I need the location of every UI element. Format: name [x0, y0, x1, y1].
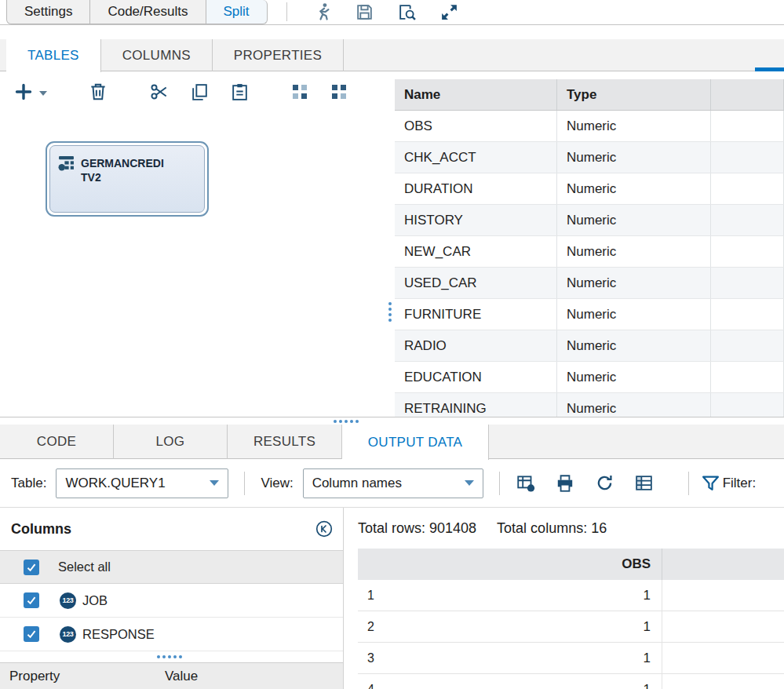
copy-icon[interactable]: [190, 82, 210, 103]
table-view-icon[interactable]: [516, 472, 537, 494]
add-dropdown-caret[interactable]: [39, 91, 47, 96]
view-select-label: View:: [261, 476, 293, 491]
column-item-label: RESPONSE: [82, 627, 155, 642]
top-toolbar: Settings Code/Results Split: [0, 0, 784, 25]
filter-icon[interactable]: [700, 472, 721, 494]
tables-toolbar: [0, 71, 385, 112]
cut-icon[interactable]: [149, 82, 170, 103]
row-number-header: [358, 549, 387, 580]
query-canvas[interactable]: GERMANCREDI TV2: [0, 112, 385, 417]
tab-log[interactable]: LOG: [114, 425, 228, 459]
job-checkbox[interactable]: [24, 592, 39, 608]
columns-panel-header: Columns: [0, 508, 343, 550]
column-list-icon[interactable]: [633, 472, 655, 494]
table-header-row: Name Type: [395, 79, 784, 111]
select-all-checkbox[interactable]: [24, 560, 39, 575]
header-type[interactable]: Type: [557, 79, 711, 110]
filter-label: Filter:: [723, 476, 757, 491]
select-all-row[interactable]: Select all: [0, 550, 343, 584]
code-results-button[interactable]: Code/Results: [89, 0, 206, 24]
select-all-label: Select all: [58, 560, 111, 574]
paste-icon[interactable]: [230, 82, 250, 103]
table-row[interactable]: NEW_CARNumeric: [395, 236, 784, 268]
table-select-dropdown[interactable]: WORK.QUERY1: [56, 468, 228, 498]
column-item-response[interactable]: 123 RESPONSE: [0, 618, 343, 651]
chevron-down-icon: [210, 480, 219, 486]
table-row[interactable]: CHK_ACCTNumeric: [395, 142, 784, 173]
numeric-type-icon: 123: [60, 626, 76, 643]
tab-code[interactable]: CODE: [0, 425, 114, 459]
toolbar-divider: [499, 472, 500, 495]
table-node-label: GERMANCREDI TV2: [81, 156, 164, 202]
vertical-splitter[interactable]: [385, 71, 395, 417]
table-row[interactable]: EDUCATIONNumeric: [395, 362, 784, 393]
results-tabs: CODE LOG RESULTS OUTPUT DATA: [0, 425, 784, 459]
output-data-toolbar: Table: WORK.QUERY1 View: Column names: [0, 459, 784, 508]
column-item-label: JOB: [82, 593, 108, 608]
toolbar-divider: [688, 472, 689, 495]
toolbar-divider: [286, 2, 287, 21]
table-row[interactable]: RADIONumeric: [395, 330, 784, 362]
table-icon: [58, 155, 75, 202]
obs-column-header[interactable]: OBS: [387, 549, 662, 580]
data-row[interactable]: 41: [358, 674, 784, 689]
data-row[interactable]: 11: [358, 580, 784, 611]
layout-b-icon[interactable]: [330, 82, 348, 103]
split-button[interactable]: Split: [206, 0, 268, 24]
column-item-job[interactable]: 123 JOB: [0, 584, 343, 618]
horizontal-splitter[interactable]: [0, 417, 784, 425]
data-row[interactable]: 21: [358, 611, 784, 643]
columns-panel: Columns Select all 123 JOB 123: [0, 508, 344, 689]
output-data-grid: OBS 11 21 31 41: [358, 549, 784, 689]
collapse-circle-icon[interactable]: [315, 519, 334, 538]
response-checkbox[interactable]: [24, 626, 39, 642]
work-area-tabs: TABLES COLUMNS PROPERTIES: [0, 39, 784, 71]
header-name[interactable]: Name: [395, 79, 557, 110]
splitter-handle[interactable]: [334, 420, 359, 423]
table-select-label: Table:: [11, 476, 46, 491]
splitter-handle[interactable]: [157, 655, 182, 658]
toolbar-divider: [244, 472, 245, 495]
tab-columns[interactable]: COLUMNS: [101, 39, 213, 71]
print-icon[interactable]: [555, 472, 576, 494]
chevron-down-icon: [465, 480, 474, 486]
total-columns: Total columns: 16: [497, 520, 607, 537]
table-row[interactable]: OBSNumeric: [395, 111, 784, 142]
add-icon[interactable]: [14, 82, 33, 103]
data-row[interactable]: 31: [358, 643, 784, 674]
delete-icon[interactable]: [88, 82, 108, 103]
total-rows: Total rows: 901408: [358, 520, 476, 537]
tab-tables[interactable]: TABLES: [6, 39, 101, 72]
table-row[interactable]: DURATIONNumeric: [395, 173, 784, 205]
splitter-handle[interactable]: [385, 302, 395, 322]
settings-button[interactable]: Settings: [6, 0, 90, 24]
layout-a-icon[interactable]: [290, 82, 309, 103]
columns-panel-title: Columns: [11, 521, 71, 538]
properties-header-row: Property Value: [0, 662, 343, 689]
tab-properties[interactable]: PROPERTIES: [213, 39, 344, 71]
header-extra: [711, 79, 784, 110]
next-column-header: [662, 549, 784, 580]
output-data-panel: Total rows: 901408 Total columns: 16 OBS…: [345, 508, 784, 689]
tab-output-data[interactable]: OUTPUT DATA: [342, 425, 489, 460]
save-icon[interactable]: [355, 2, 375, 22]
run-icon[interactable]: [312, 2, 333, 22]
tab-results[interactable]: RESULTS: [228, 425, 342, 459]
save-preview-icon[interactable]: [397, 2, 418, 22]
table-row[interactable]: HISTORYNumeric: [395, 205, 784, 236]
maximize-icon[interactable]: [439, 2, 460, 22]
table-node-germancreditv2[interactable]: GERMANCREDI TV2: [46, 141, 209, 217]
value-header: Value: [165, 669, 198, 684]
columns-metadata-table: Name Type OBSNumeric CHK_ACCTNumeric DUR…: [395, 71, 784, 417]
grid-header-row: OBS: [358, 549, 784, 580]
totals-bar: Total rows: 901408 Total columns: 16: [358, 520, 784, 537]
property-header: Property: [0, 669, 165, 684]
view-select-dropdown[interactable]: Column names: [303, 468, 483, 498]
refresh-icon[interactable]: [594, 472, 615, 494]
numeric-type-icon: 123: [60, 592, 76, 609]
sas-studio-query-window: Settings Code/Results Split: [0, 0, 784, 689]
table-row[interactable]: FURNITURENumeric: [395, 299, 784, 330]
table-row[interactable]: USED_CARNumeric: [395, 268, 784, 299]
table-row[interactable]: RETRAININGNumeric: [395, 393, 784, 417]
